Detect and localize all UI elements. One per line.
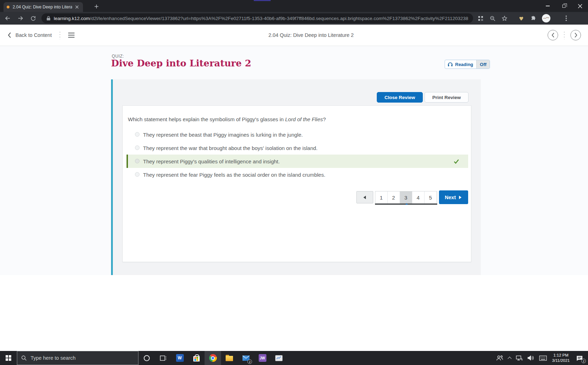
answer-option-text: They represent Piggy's qualities of inte… [143, 158, 280, 164]
stats-app-button[interactable] [271, 351, 287, 365]
task-view-icon [160, 355, 167, 361]
reading-state: Off [476, 60, 490, 69]
reload-button[interactable] [28, 13, 38, 23]
next-question-button[interactable]: Next [439, 190, 468, 204]
new-tab-button[interactable] [92, 3, 101, 10]
monitor-chart-icon [275, 355, 283, 361]
start-button[interactable] [0, 351, 17, 365]
extension-hand-icon[interactable] [517, 14, 526, 23]
profile-avatar[interactable] [542, 14, 550, 22]
previous-page-button[interactable] [356, 191, 373, 203]
window-restore-button[interactable] [556, 0, 572, 12]
answer-options: They represent the beast that Piggy imag… [123, 128, 471, 181]
browser-tab-strip: 2.04 Quiz: Dive Deep into Literat [0, 0, 588, 12]
radio-icon[interactable] [135, 172, 140, 177]
notification-badge: 2 [581, 359, 586, 363]
windows-taskbar: Type here to search W 2 JW [0, 351, 588, 365]
cortana-icon [144, 355, 150, 361]
reading-toggle-button[interactable]: Reading Off [445, 60, 490, 69]
network-button[interactable] [513, 351, 525, 365]
triangle-left-icon [362, 196, 366, 199]
cortana-button[interactable] [138, 351, 155, 365]
zoom-icon[interactable] [488, 14, 497, 23]
radio-icon[interactable] [135, 159, 140, 163]
back-to-content-label: Back to Content [15, 32, 52, 38]
taskbar-clock[interactable]: 1:12 PM3/11/2021 [549, 351, 573, 365]
page-title: 2.04 Quiz: Dive Deep into Literature 2 [75, 32, 548, 38]
chrome-button-active[interactable] [205, 351, 221, 365]
menu-hamburger-icon[interactable] [68, 33, 75, 38]
headphones-icon [445, 62, 453, 67]
print-review-button[interactable]: Print Review [425, 92, 469, 103]
browser-tab[interactable]: 2.04 Quiz: Dive Deep into Literat [4, 2, 83, 12]
download-progress-strip [254, 0, 271, 1]
content-viewport: QUIZ: Dive Deep into Literature 2 Readin… [0, 46, 588, 351]
window-close-button[interactable] [572, 0, 588, 12]
answer-option[interactable]: They represent the fear Piggy feels as t… [127, 168, 468, 181]
search-icon [21, 355, 27, 361]
question-pagination: 1 2 3 4 5 Next [123, 190, 468, 204]
taskbar-search-input[interactable]: Type here to search [17, 351, 138, 365]
back-button[interactable] [3, 13, 13, 23]
tab-close-icon[interactable] [74, 4, 80, 10]
answer-option[interactable]: They represent the beast that Piggy imag… [127, 128, 468, 141]
tab-grid-icon[interactable] [476, 14, 485, 23]
bookmark-star-icon[interactable] [500, 14, 509, 23]
forward-button[interactable] [15, 13, 25, 23]
store-icon [193, 356, 200, 361]
quiz-review-card: Close Review Print Review Which statemen… [111, 79, 481, 275]
reading-label: Reading [453, 62, 476, 67]
close-review-button[interactable]: Close Review [377, 92, 423, 103]
radio-icon[interactable] [135, 132, 140, 137]
close-icon [578, 4, 582, 8]
chevron-left-icon [8, 32, 11, 38]
radio-icon[interactable] [135, 145, 140, 150]
answer-option-text: They represent the war that brought abou… [143, 145, 318, 151]
microsoft-store-button[interactable] [188, 351, 205, 365]
triangle-right-icon [459, 196, 463, 199]
next-activity-button[interactable] [570, 30, 581, 40]
word-button[interactable]: W [172, 351, 188, 365]
lesson-pager [548, 30, 581, 40]
mail-badge: 2 [247, 359, 252, 364]
people-button[interactable] [494, 351, 506, 365]
tray-overflow-button[interactable] [506, 351, 513, 365]
mail-button[interactable]: 2 [238, 351, 254, 365]
folder-icon [226, 356, 233, 361]
answer-option-text: They represent the fear Piggy feels as t… [143, 172, 325, 178]
extensions-puzzle-icon[interactable] [529, 14, 538, 23]
jw-app-button[interactable]: JW [254, 351, 271, 365]
speaker-icon [528, 355, 534, 361]
page-button-1[interactable]: 1 [375, 191, 388, 203]
page-button-2[interactable]: 2 [388, 191, 400, 203]
task-view-button[interactable] [155, 351, 172, 365]
action-center-button[interactable]: 2 [573, 351, 587, 365]
answer-option[interactable]: They represent the war that brought abou… [127, 141, 468, 155]
answer-option-correct[interactable]: They represent Piggy's qualities of inte… [127, 155, 468, 168]
restore-icon [562, 5, 566, 8]
network-icon [516, 355, 523, 361]
url-host: learning.k12.com [54, 16, 90, 21]
dotted-divider [564, 31, 565, 39]
system-tray: 1:12 PM3/11/2021 2 [494, 351, 588, 365]
jw-app-icon: JW [259, 354, 266, 362]
window-minimize-button[interactable] [539, 0, 556, 12]
touch-keyboard-button[interactable] [537, 351, 549, 365]
answer-option-text: They represent the beast that Piggy imag… [143, 132, 303, 138]
url-text: learning.k12.com/d2l/le/enhancedSequence… [54, 16, 468, 21]
word-icon: W [176, 354, 184, 362]
browser-menu-icon[interactable] [562, 14, 571, 23]
clock-date: 3/11/2021 [552, 358, 570, 363]
previous-activity-button[interactable] [548, 30, 558, 40]
lock-icon [46, 16, 51, 21]
volume-button[interactable] [525, 351, 537, 365]
address-bar[interactable]: learning.k12.com/d2l/le/enhancedSequence… [41, 13, 473, 23]
back-to-content-button[interactable]: Back to Content [8, 31, 75, 39]
page-button-5[interactable]: 5 [425, 191, 437, 203]
file-explorer-button[interactable] [221, 351, 238, 365]
chrome-icon [209, 354, 217, 362]
page-button-4[interactable]: 4 [412, 191, 425, 203]
page-number-group: 1 2 3 4 5 [375, 191, 437, 203]
screen: 2.04 Quiz: Dive Deep into Literat [0, 0, 588, 365]
page-button-3-active[interactable]: 3 [400, 191, 412, 203]
